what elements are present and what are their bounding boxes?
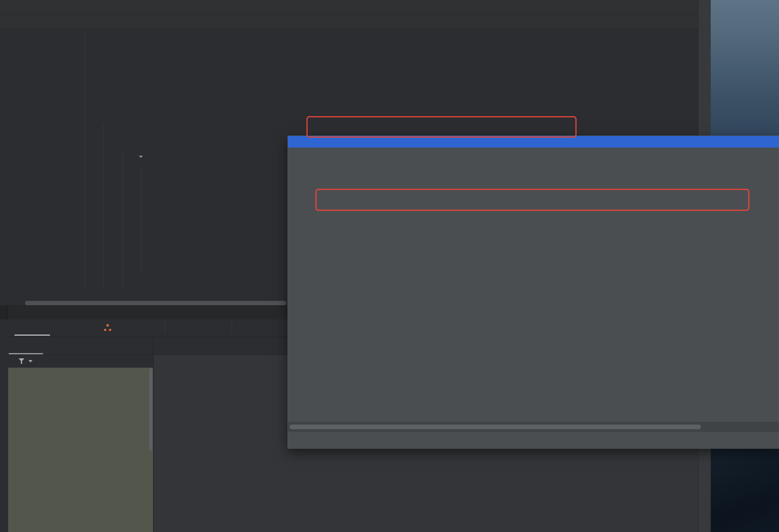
toolbar-separator: [165, 323, 165, 332]
indent-guide: [85, 28, 85, 290]
editor-tab-bar-row1: [0, 0, 698, 14]
method-gutter-hint[interactable]: [136, 156, 143, 158]
indent-guide: [103, 124, 104, 290]
chevron-down-icon[interactable]: [28, 360, 33, 362]
filter-funnel-icon[interactable]: [18, 358, 24, 364]
chevron-down-icon: [139, 156, 143, 158]
indent-guide: [122, 152, 123, 288]
frames-list[interactable]: [8, 368, 153, 532]
thread-selector[interactable]: [8, 355, 153, 368]
editor-tab-bar-row2: [0, 14, 698, 28]
editor-horizontal-scrollbar[interactable]: [25, 301, 286, 305]
ide-window: [0, 0, 779, 532]
tab-debugger-underline: [14, 335, 50, 336]
popup-header-row[interactable]: [288, 136, 779, 147]
annotation-box-name-field: [315, 189, 750, 211]
tab-frames-underline: [9, 353, 43, 354]
popup-horizontal-scrollbar[interactable]: [290, 424, 701, 429]
toolbar-separator: [232, 323, 232, 332]
desktop-wallpaper-top: [711, 0, 779, 151]
debugger-inspect-popup: [288, 136, 779, 449]
actuator-icon: [104, 324, 112, 332]
annotation-box-groupings: [306, 116, 577, 138]
desktop-wallpaper-bottom: [711, 441, 779, 532]
indent-guide: [141, 165, 141, 275]
frames-scrollbar[interactable]: [149, 368, 152, 451]
